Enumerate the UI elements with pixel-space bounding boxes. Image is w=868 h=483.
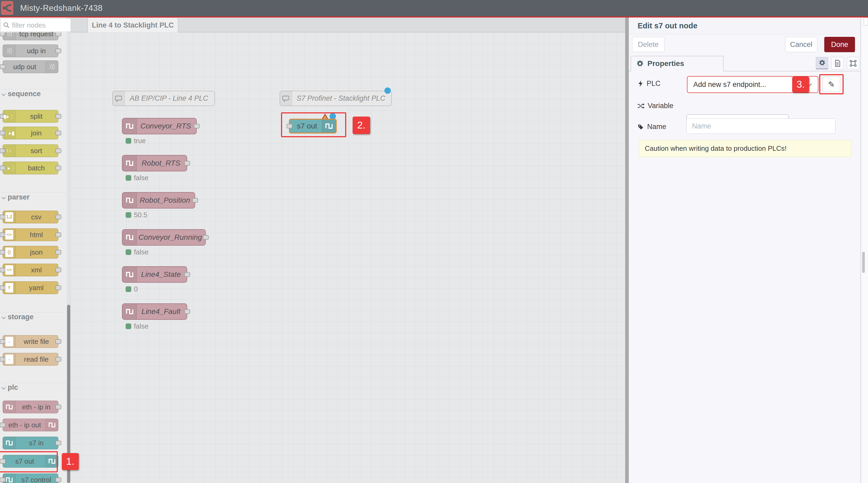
- palette-node-split[interactable]: ▮▸⋮ split: [3, 110, 58, 123]
- palette-section-storage[interactable]: storage: [0, 312, 67, 322]
- output-port[interactable]: [192, 198, 198, 203]
- palette-node-label: s7 in: [29, 439, 44, 447]
- edit-dialog-title: Edit s7 out node: [629, 18, 861, 34]
- palette-node-s7-in[interactable]: s7 in: [3, 437, 58, 449]
- palette-node-sort[interactable]: ↑↓ sort: [3, 144, 58, 157]
- batch-icon: ⋮▸⋮: [3, 162, 16, 174]
- palette-node-udp-out[interactable]: udp out: [3, 60, 58, 73]
- gear-icon: [819, 59, 826, 66]
- flow-node-conveyor-running[interactable]: Conveyor_Running: [122, 229, 206, 246]
- output-port[interactable]: [55, 267, 61, 272]
- palette-node-batch[interactable]: ⋮▸⋮ batch: [3, 162, 58, 174]
- status-dot-icon: [126, 212, 131, 218]
- palette-section-plc[interactable]: plc: [0, 383, 67, 392]
- comment-node-s7-profinet[interactable]: S7 Profinet - Stacklight PLC: [280, 91, 392, 106]
- app-header: Misty-Redshank-7438: [0, 0, 868, 17]
- output-port[interactable]: [55, 339, 61, 344]
- status-dot-icon: [126, 249, 131, 255]
- comment-bubble-icon: [280, 91, 292, 106]
- palette-node-yaml[interactable]: Y yaml: [3, 281, 58, 294]
- output-port[interactable]: [55, 405, 61, 409]
- node-status: false: [126, 174, 149, 182]
- join-icon: ⋮▸▮: [3, 127, 16, 139]
- palette-node-label: tcp request: [19, 30, 54, 38]
- palette-node-udp-in[interactable]: udp in: [3, 44, 58, 57]
- output-port[interactable]: [55, 149, 61, 153]
- name-input[interactable]: [686, 119, 835, 134]
- palette-node-label: read file: [24, 355, 49, 363]
- palette-node-html[interactable]: <> html: [3, 228, 58, 241]
- page-scrollbar-top-box[interactable]: [864, 18, 868, 26]
- flow-node-line4-state[interactable]: Line4_State: [122, 266, 187, 283]
- input-port[interactable]: [0, 64, 6, 69]
- flow-tab[interactable]: Line 4 to Stacklight PLC: [88, 18, 178, 33]
- annotation-badge-step3: 3.: [792, 76, 809, 93]
- output-port[interactable]: [55, 250, 61, 255]
- csv-file-icon: 1,2: [3, 211, 16, 223]
- delete-button[interactable]: Delete: [632, 37, 664, 52]
- done-button[interactable]: Done: [824, 37, 855, 52]
- palette-node-join[interactable]: ⋮▸▮ join: [3, 127, 58, 139]
- shuffle-icon: [637, 103, 645, 109]
- palette-node-read-file[interactable]: → read file: [3, 353, 58, 366]
- output-port[interactable]: [55, 232, 61, 237]
- output-port[interactable]: [55, 441, 61, 445]
- palette-node-eth-ip-out[interactable]: eth - ip out: [3, 419, 58, 431]
- output-port[interactable]: [55, 285, 61, 290]
- flow-node-conveyor-rts[interactable]: Conveyor_RTS: [122, 118, 197, 134]
- network-signal-icon: [3, 45, 16, 57]
- document-icon: [834, 60, 841, 67]
- xml-file-icon: <>: [3, 264, 16, 276]
- palette-node-label: write file: [24, 337, 49, 346]
- palette-node-eth-ip-in[interactable]: eth - ip in: [3, 400, 58, 413]
- palette-node-xml[interactable]: <> xml: [3, 264, 58, 276]
- tab-properties-label: Properties: [647, 59, 684, 68]
- input-port[interactable]: [0, 423, 6, 427]
- square-wave-icon: [3, 474, 16, 483]
- output-port[interactable]: [184, 272, 190, 277]
- comment-node-ab-eipcip[interactable]: AB EIP/CIP - Line 4 PLC: [113, 91, 215, 106]
- subflow-appearance-icon: [850, 60, 857, 67]
- output-port[interactable]: [55, 49, 61, 53]
- palette-node-write-file[interactable]: → write file: [3, 335, 58, 348]
- palette-node-s7-control[interactable]: s7 control: [3, 474, 58, 483]
- search-input[interactable]: [12, 21, 78, 29]
- output-port[interactable]: [55, 131, 61, 135]
- node-status: false: [126, 322, 149, 330]
- page-scrollbar-thumb[interactable]: [862, 252, 865, 273]
- output-port[interactable]: [55, 357, 61, 362]
- palette-node-json[interactable]: {} json: [3, 246, 58, 259]
- output-port[interactable]: [55, 215, 61, 219]
- chevron-down-icon: [2, 315, 6, 319]
- palette-section-sequence[interactable]: sequence: [0, 89, 67, 99]
- properties-view-button[interactable]: [816, 57, 828, 69]
- annotation-box-step3: [819, 74, 844, 94]
- output-port[interactable]: [55, 166, 61, 170]
- yaml-file-icon: Y: [3, 282, 16, 294]
- output-port[interactable]: [184, 309, 190, 314]
- description-view-button[interactable]: [831, 57, 844, 69]
- canvas-scrollbar[interactable]: [625, 18, 629, 483]
- output-port[interactable]: [55, 114, 61, 119]
- flow-node-line4-fault[interactable]: Line4_Fault: [122, 303, 187, 320]
- palette-node-label: csv: [31, 213, 42, 221]
- output-port[interactable]: [184, 161, 190, 166]
- palette-node-label: batch: [28, 164, 45, 172]
- annotation-badge-step2: 2.: [352, 117, 370, 134]
- page-scrollbar-track[interactable]: [861, 18, 868, 483]
- output-port[interactable]: [55, 477, 61, 482]
- flow-node-robot-position[interactable]: Robot_Position: [122, 192, 195, 208]
- status-dot-icon: [126, 138, 131, 143]
- palette-node-csv[interactable]: 1,2 csv: [3, 211, 58, 223]
- cancel-button[interactable]: Cancel: [785, 37, 817, 52]
- output-port[interactable]: [194, 124, 199, 129]
- comment-label: S7 Profinet - Stacklight PLC: [297, 94, 385, 102]
- output-port[interactable]: [203, 235, 209, 240]
- html-file-icon: <>: [3, 229, 16, 241]
- flow-node-robot-rts[interactable]: Robot_RTS: [122, 155, 187, 171]
- tab-properties[interactable]: Properties: [631, 56, 723, 71]
- palette-section-parser[interactable]: parser: [0, 192, 67, 202]
- appearance-view-button[interactable]: [847, 57, 859, 69]
- json-file-icon: {}: [3, 246, 16, 258]
- palette-node-label: join: [31, 129, 42, 137]
